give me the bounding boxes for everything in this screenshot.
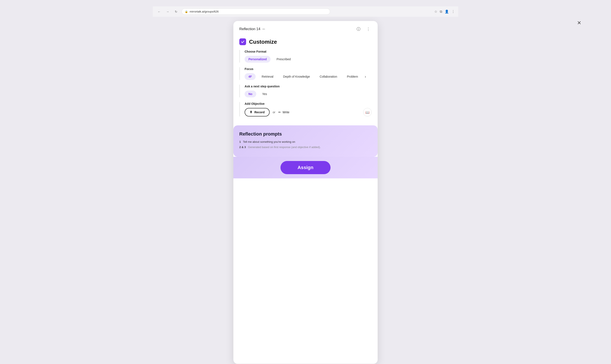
prompt-1-text: Tell me about something you're working o…	[243, 140, 295, 143]
next-step-pill-group: No Yes	[245, 91, 372, 97]
book-icon: 📖	[365, 110, 370, 114]
address-bar[interactable]: 🔒 mirrortalk.ai/groups/626	[182, 9, 330, 15]
choose-format-label: Choose Format	[245, 50, 372, 53]
focus-problem-pill[interactable]: Problem	[343, 73, 362, 80]
focus-scroll-group: 4F Retrieval Depth of Knowledge Collabor…	[245, 73, 372, 80]
close-button[interactable]: ✕	[577, 20, 581, 26]
browser-actions: ☆ ⧉ 👤 ⋮	[434, 10, 455, 13]
modal-title: Reflection 14	[239, 27, 260, 31]
title-edit-icon[interactable]: ✏	[262, 27, 265, 31]
section-title: Customize	[249, 39, 277, 45]
reflection-prompts-section: Reflection prompts 1 Tell me about somet…	[233, 125, 378, 157]
title-group: Reflection 14 ✏	[239, 27, 265, 31]
focus-pill-group: 4F Retrieval Depth of Knowledge Collabor…	[245, 73, 362, 80]
record-write-row: 🎙 Record or ✏ Write 📖	[245, 108, 372, 117]
microphone-icon: 🎙	[250, 111, 253, 114]
section-header: Customize	[239, 39, 372, 45]
record-button[interactable]: 🎙 Record	[245, 108, 270, 117]
next-step-section: Ask a next step question No Yes	[239, 85, 372, 97]
write-label: Write	[283, 111, 289, 114]
focus-dok-pill[interactable]: Depth of Knowledge	[279, 73, 314, 80]
browser-chrome: ← → ↻ 🔒 mirrortalk.ai/groups/626 ☆ ⧉ 👤 ⋮	[153, 6, 458, 17]
profile-icon[interactable]: 👤	[445, 10, 449, 13]
info-icon: ⓘ	[357, 26, 361, 32]
assign-button-wrapper: Assign	[233, 157, 378, 178]
next-step-no-pill[interactable]: No	[245, 91, 256, 97]
record-label: Record	[254, 111, 265, 114]
lock-icon: 🔒	[185, 10, 188, 13]
pencil-icon: ✏	[278, 111, 281, 114]
page-background: Reflection 14 ✏ ⓘ ⋮	[153, 17, 458, 364]
focus-retrieval-pill[interactable]: Retrieval	[258, 73, 277, 80]
add-objective-label: Add Objective	[245, 102, 372, 105]
next-step-yes-pill[interactable]: Yes	[258, 91, 271, 97]
reload-button[interactable]: ↻	[173, 9, 179, 15]
prompt-23-num: 2 & 3	[239, 145, 246, 149]
modal-body: Customize Choose Format Personalized Pre…	[233, 36, 378, 125]
prompts-title: Reflection prompts	[239, 131, 372, 137]
format-pill-group: Personalized Prescribed	[245, 56, 372, 63]
focus-collaboration-pill[interactable]: Collaboration	[316, 73, 341, 80]
extensions-icon[interactable]: ⧉	[440, 10, 442, 13]
url-text: mirrortalk.ai/groups/626	[190, 10, 219, 13]
info-button[interactable]: ⓘ	[355, 26, 362, 32]
format-prescribed-pill[interactable]: Prescribed	[273, 56, 295, 63]
focus-label: Focus	[245, 67, 372, 71]
modal-header-actions: ⓘ ⋮	[355, 26, 372, 32]
more-button[interactable]: ⋮	[365, 26, 372, 32]
format-personalized-pill[interactable]: Personalized	[245, 56, 271, 63]
bookmark-icon[interactable]: ☆	[434, 10, 437, 13]
back-button[interactable]: ←	[156, 9, 162, 15]
next-step-label: Ask a next step question	[245, 85, 372, 88]
more-icon: ⋮	[366, 27, 370, 31]
assign-button[interactable]: Assign	[280, 161, 330, 174]
book-button[interactable]: 📖	[363, 108, 372, 117]
focus-scroll-right[interactable]: ›	[364, 74, 367, 80]
forward-button[interactable]: →	[165, 9, 170, 15]
write-button[interactable]: ✏ Write	[278, 111, 289, 114]
prompt-1: 1 Tell me about something you're working…	[239, 140, 372, 143]
modal: Reflection 14 ✏ ⓘ ⋮	[233, 21, 378, 364]
prompt-23: 2 & 3 Generated based on first response …	[239, 145, 372, 149]
customize-check	[239, 39, 246, 45]
menu-icon[interactable]: ⋮	[452, 10, 455, 13]
focus-4f-pill[interactable]: 4F	[245, 73, 256, 80]
focus-section: Focus 4F Retrieval Depth of Knowledge Co…	[239, 67, 372, 80]
prompt-23-text: Generated based on first response (and o…	[248, 145, 321, 149]
choose-format-section: Choose Format Personalized Prescribed	[239, 50, 372, 63]
or-text: or	[273, 111, 275, 114]
prompt-1-num: 1	[239, 140, 241, 143]
modal-header: Reflection 14 ✏ ⓘ ⋮	[233, 21, 378, 36]
add-objective-section: Add Objective 🎙 Record or ✏ Write 📖	[239, 102, 372, 117]
